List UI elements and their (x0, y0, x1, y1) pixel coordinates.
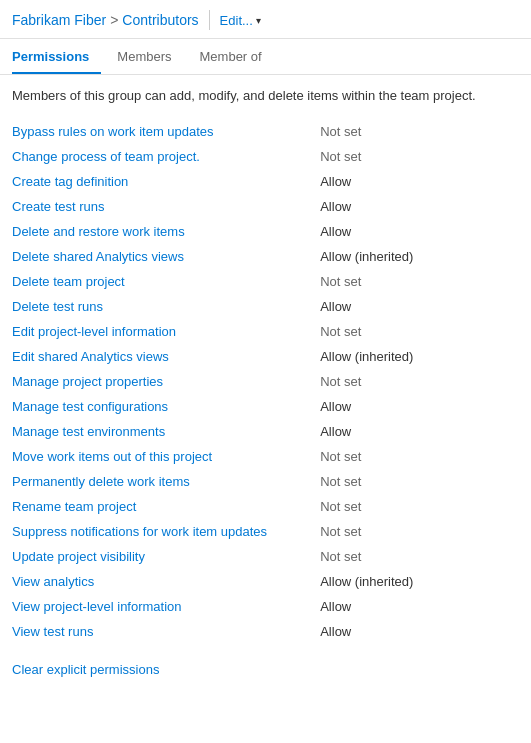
table-row: View project-level informationAllow (12, 594, 519, 619)
page-header: Fabrikam Fiber > Contributors Edit... ▾ (0, 0, 531, 39)
tab-bar: Permissions Members Member of (0, 39, 531, 75)
table-row: Change process of team project.Not set (12, 144, 519, 169)
table-row: Delete shared Analytics viewsAllow (inhe… (12, 244, 519, 269)
table-row: Manage project propertiesNot set (12, 369, 519, 394)
permission-name[interactable]: Delete test runs (12, 294, 316, 319)
permission-value: Allow (inherited) (316, 569, 519, 594)
table-row: View test runsAllow (12, 619, 519, 644)
permission-name[interactable]: Manage project properties (12, 369, 316, 394)
permission-value: Not set (316, 269, 519, 294)
permission-name[interactable]: Delete and restore work items (12, 219, 316, 244)
table-row: Edit shared Analytics viewsAllow (inheri… (12, 344, 519, 369)
permission-name[interactable]: Change process of team project. (12, 144, 316, 169)
edit-label: Edit... (220, 13, 253, 28)
permission-name[interactable]: Create test runs (12, 194, 316, 219)
permission-name[interactable]: Suppress notifications for work item upd… (12, 519, 316, 544)
group-description: Members of this group can add, modify, a… (12, 87, 519, 105)
permission-value: Allow (316, 419, 519, 444)
permission-name[interactable]: Permanently delete work items (12, 469, 316, 494)
permission-name[interactable]: Move work items out of this project (12, 444, 316, 469)
breadcrumb-project[interactable]: Fabrikam Fiber (12, 12, 106, 28)
permission-value: Not set (316, 144, 519, 169)
permission-value: Not set (316, 519, 519, 544)
permission-name[interactable]: Update project visibility (12, 544, 316, 569)
table-row: Rename team projectNot set (12, 494, 519, 519)
permission-name[interactable]: View analytics (12, 569, 316, 594)
permission-value: Allow (316, 194, 519, 219)
permission-name[interactable]: Manage test environments (12, 419, 316, 444)
tab-member-of[interactable]: Member of (200, 39, 274, 74)
permission-value: Not set (316, 469, 519, 494)
table-row: Create test runsAllow (12, 194, 519, 219)
permission-value: Not set (316, 119, 519, 144)
permission-value: Allow (316, 394, 519, 419)
chevron-down-icon: ▾ (256, 15, 261, 26)
permission-name[interactable]: Delete team project (12, 269, 316, 294)
permissions-table: Bypass rules on work item updatesNot set… (12, 119, 519, 644)
permission-name[interactable]: View project-level information (12, 594, 316, 619)
permission-name[interactable]: Create tag definition (12, 169, 316, 194)
header-divider (209, 10, 210, 30)
permission-value: Not set (316, 494, 519, 519)
table-row: Create tag definitionAllow (12, 169, 519, 194)
tab-members[interactable]: Members (117, 39, 183, 74)
table-row: Delete test runsAllow (12, 294, 519, 319)
edit-button[interactable]: Edit... ▾ (220, 13, 261, 28)
permission-value: Allow (inherited) (316, 244, 519, 269)
table-row: Delete and restore work itemsAllow (12, 219, 519, 244)
permission-name[interactable]: Rename team project (12, 494, 316, 519)
table-row: Move work items out of this projectNot s… (12, 444, 519, 469)
permission-value: Not set (316, 444, 519, 469)
permission-value: Allow (316, 219, 519, 244)
table-row: Manage test configurationsAllow (12, 394, 519, 419)
table-row: Bypass rules on work item updatesNot set (12, 119, 519, 144)
permission-name[interactable]: Edit shared Analytics views (12, 344, 316, 369)
table-row: Suppress notifications for work item upd… (12, 519, 519, 544)
table-row: Permanently delete work itemsNot set (12, 469, 519, 494)
breadcrumb-separator: > (110, 12, 118, 28)
permission-value: Allow (316, 594, 519, 619)
permission-value: Allow (316, 169, 519, 194)
table-row: Edit project-level informationNot set (12, 319, 519, 344)
table-row: Manage test environmentsAllow (12, 419, 519, 444)
permission-value: Allow (316, 619, 519, 644)
permission-name[interactable]: Edit project-level information (12, 319, 316, 344)
clear-permissions-link[interactable]: Clear explicit permissions (12, 662, 159, 677)
table-row: Delete team projectNot set (12, 269, 519, 294)
permission-value: Not set (316, 319, 519, 344)
permission-name[interactable]: Manage test configurations (12, 394, 316, 419)
permission-value: Allow (316, 294, 519, 319)
breadcrumb-group[interactable]: Contributors (122, 12, 198, 28)
permission-value: Not set (316, 544, 519, 569)
tab-permissions[interactable]: Permissions (12, 39, 101, 74)
table-row: Update project visibilityNot set (12, 544, 519, 569)
permission-name[interactable]: View test runs (12, 619, 316, 644)
permission-name[interactable]: Delete shared Analytics views (12, 244, 316, 269)
breadcrumb: Fabrikam Fiber > Contributors (12, 12, 199, 28)
permission-value: Allow (inherited) (316, 344, 519, 369)
table-row: View analyticsAllow (inherited) (12, 569, 519, 594)
permission-value: Not set (316, 369, 519, 394)
permission-name[interactable]: Bypass rules on work item updates (12, 119, 316, 144)
main-content: Members of this group can add, modify, a… (0, 75, 531, 693)
